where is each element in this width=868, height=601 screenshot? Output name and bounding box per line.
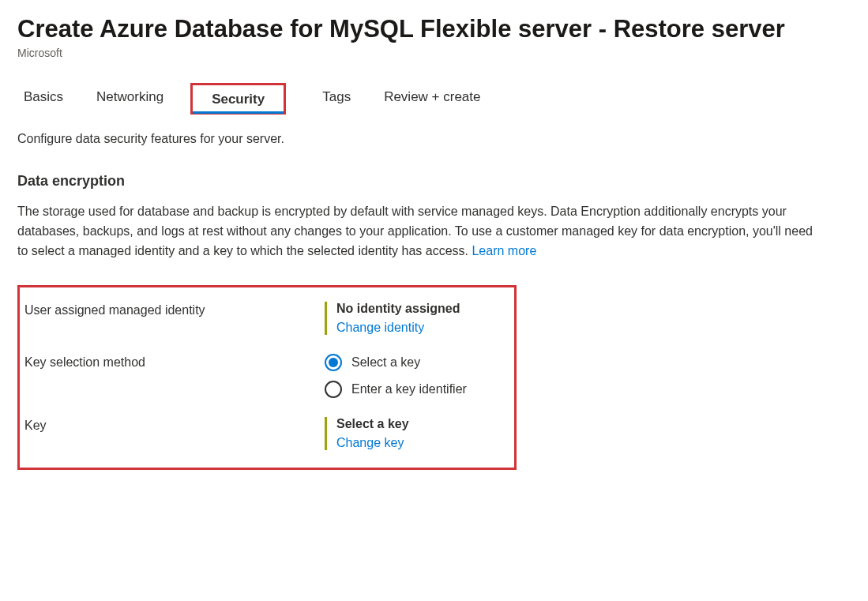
encryption-settings-panel: User assigned managed identity No identi…	[17, 285, 517, 470]
radio-icon	[325, 381, 342, 398]
key-value-block: Select a key Change key	[325, 417, 500, 450]
change-key-link[interactable]: Change key	[336, 436, 500, 450]
change-identity-link[interactable]: Change identity	[336, 321, 500, 335]
key-method-row: Key selection method Select a key Enter …	[24, 354, 500, 398]
page-title: Create Azure Database for MySQL Flexible…	[17, 14, 851, 43]
data-encryption-heading: Data encryption	[17, 173, 851, 190]
tab-review-create[interactable]: Review + create	[378, 81, 487, 113]
radio-select-a-key[interactable]: Select a key	[325, 354, 500, 371]
identity-label: User assigned managed identity	[24, 302, 325, 317]
radio-label: Enter a key identifier	[351, 382, 467, 396]
radio-label: Select a key	[351, 355, 420, 370]
tab-security[interactable]: Security	[190, 83, 286, 115]
data-encryption-description: The storage used for database and backup…	[17, 202, 823, 261]
identity-value: No identity assigned	[336, 302, 500, 316]
tab-basics[interactable]: Basics	[17, 81, 70, 113]
key-method-options: Select a key Enter a key identifier	[325, 354, 500, 398]
key-value: Select a key	[336, 417, 500, 431]
security-intro: Configure data security features for you…	[17, 132, 851, 146]
page-subtitle: Microsoft	[17, 47, 851, 59]
tabs-bar: Basics Networking Security Tags Review +…	[17, 81, 851, 113]
radio-icon	[325, 354, 342, 371]
key-method-label: Key selection method	[24, 354, 325, 370]
radio-enter-key-identifier[interactable]: Enter a key identifier	[325, 381, 500, 398]
identity-value-block: No identity assigned Change identity	[325, 302, 500, 335]
key-row: Key Select a key Change key	[24, 417, 500, 450]
data-encryption-desc-text: The storage used for database and backup…	[17, 205, 813, 257]
key-label: Key	[24, 417, 325, 433]
identity-row: User assigned managed identity No identi…	[24, 302, 500, 335]
learn-more-link[interactable]: Learn more	[472, 244, 536, 257]
tab-networking[interactable]: Networking	[90, 81, 170, 113]
tab-tags[interactable]: Tags	[316, 81, 357, 113]
